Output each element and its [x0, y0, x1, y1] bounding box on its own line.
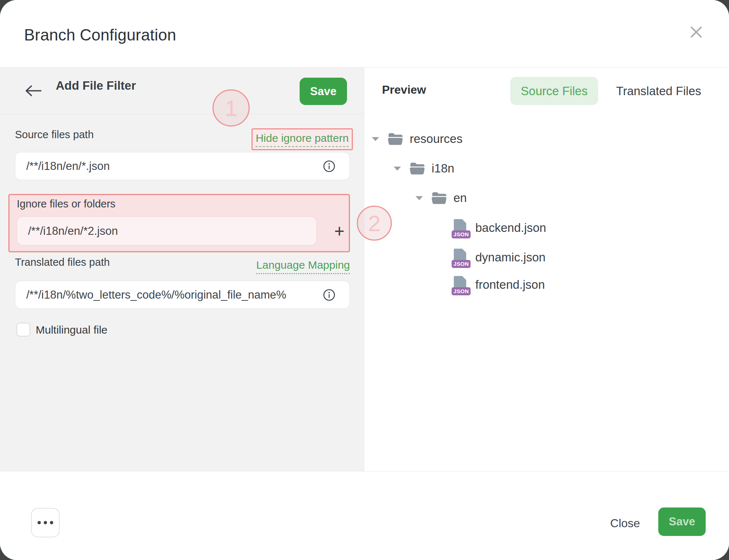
ignore-pattern-highlight: Ignore files or folders +: [8, 194, 350, 252]
tree-item-label: en: [453, 189, 467, 207]
tree-item-label: frontend.json: [475, 276, 545, 294]
tree-row[interactable]: en: [364, 189, 729, 207]
ellipsis-icon: [38, 521, 41, 524]
json-badge: JSON: [452, 287, 471, 295]
branch-configuration-dialog: Branch Configuration Add File Filter Sav…: [0, 0, 729, 560]
dialog-title: Branch Configuration: [24, 26, 176, 44]
annotation-step-1: 1: [213, 89, 250, 127]
close-icon[interactable]: [685, 21, 707, 43]
ellipsis-icon: [50, 521, 53, 524]
file-filter-panel: Add File Filter Save Source files path H…: [0, 67, 364, 471]
tree-row[interactable]: i18n: [364, 159, 729, 178]
source-files-path-label: Source files path: [15, 129, 94, 141]
json-file-icon: JSON: [453, 276, 466, 293]
tree-row[interactable]: JSONdynamic.json: [364, 248, 729, 267]
json-file-icon: JSON: [453, 219, 466, 236]
multilingual-file-label: Multilingual file: [36, 324, 108, 336]
folder-icon: [431, 191, 447, 206]
filter-title: Add File Filter: [56, 79, 136, 93]
tree-item-label: resources: [410, 130, 463, 148]
json-file-icon: JSON: [453, 249, 466, 265]
save-button[interactable]: Save: [658, 508, 706, 536]
language-mapping-link[interactable]: Language Mapping: [256, 259, 350, 274]
json-badge: JSON: [452, 230, 471, 238]
tree-row[interactable]: JSONfrontend.json: [364, 276, 729, 294]
caret-down-icon[interactable]: [394, 167, 401, 171]
dialog-footer: Close Save: [0, 471, 729, 560]
ignore-pattern-input[interactable]: [17, 217, 317, 245]
folder-icon: [409, 162, 425, 177]
back-arrow-icon[interactable]: [24, 83, 43, 98]
file-tree: resourcesi18nenJSONbackend.jsonJSONdynam…: [364, 67, 729, 471]
json-badge: JSON: [452, 260, 471, 268]
tree-item-label: backend.json: [475, 219, 546, 237]
caret-down-icon[interactable]: [372, 137, 379, 141]
ignore-files-label: Ignore files or folders: [17, 198, 116, 210]
tree-item-label: dynamic.json: [475, 248, 546, 267]
filter-toolbar: Add File Filter Save: [0, 67, 364, 114]
translated-files-path-label: Translated files path: [15, 256, 110, 268]
tree-item-label: i18n: [432, 159, 454, 178]
source-files-path-input[interactable]: [15, 152, 350, 180]
annotation-step-2: 2: [357, 206, 392, 241]
hide-ignore-pattern-link[interactable]: Hide ignore pattern: [256, 132, 348, 147]
multilingual-file-checkbox[interactable]: [16, 323, 30, 337]
ellipsis-icon: [44, 521, 47, 524]
folder-icon: [387, 132, 404, 147]
close-button[interactable]: Close: [601, 512, 649, 534]
translated-files-path-input[interactable]: [15, 281, 350, 309]
dialog-header: Branch Configuration: [0, 0, 729, 67]
tree-row[interactable]: resources: [364, 130, 729, 148]
info-icon[interactable]: [323, 289, 335, 301]
tree-row[interactable]: JSONbackend.json: [364, 219, 729, 237]
caret-down-icon[interactable]: [416, 196, 423, 200]
preview-panel: Preview Source Files Translated Files re…: [364, 67, 729, 471]
save-filter-button[interactable]: Save: [300, 78, 347, 105]
hide-ignore-pattern-highlight: Hide ignore pattern: [252, 128, 353, 150]
info-icon[interactable]: [323, 160, 335, 172]
more-options-button[interactable]: [31, 508, 60, 537]
add-ignore-pattern-button[interactable]: +: [326, 215, 353, 246]
